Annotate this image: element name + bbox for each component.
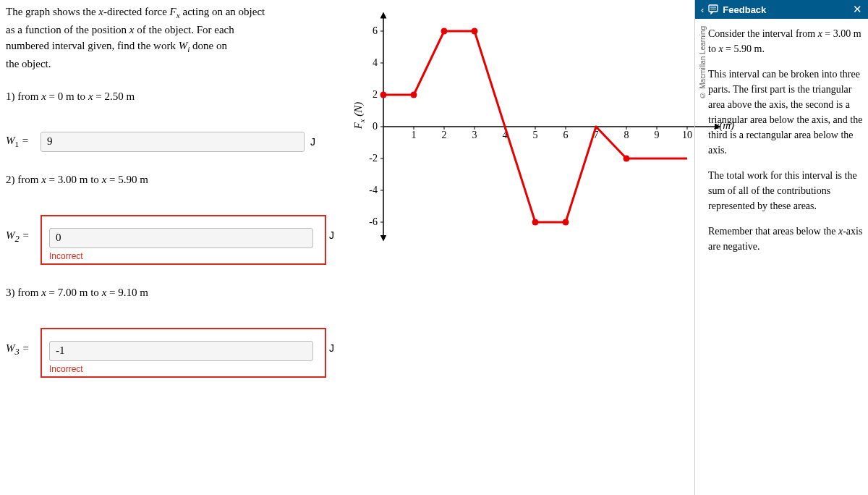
svg-point-39 xyxy=(472,28,478,35)
svg-point-36 xyxy=(380,92,387,98)
copyright-text: © Macmillan Learning xyxy=(697,26,708,99)
svg-point-40 xyxy=(532,219,539,226)
intro-text: the object. xyxy=(6,58,51,69)
svg-text:5: 5 xyxy=(533,130,538,140)
w2-unit: J xyxy=(329,229,334,241)
svg-text:8: 8 xyxy=(624,130,629,140)
feedback-p1: Consider the interval from x = 3.00 m to… xyxy=(708,26,864,56)
answer-row-1: W1 = J xyxy=(6,132,331,152)
var-x: x xyxy=(98,6,103,17)
svg-point-38 xyxy=(441,28,448,35)
y-axis-label: Fx (N) xyxy=(352,102,366,130)
intro-text: numbered interval given, find the work xyxy=(6,40,179,51)
feedback-close-icon[interactable]: ✕ xyxy=(853,3,862,16)
interval-2-label: 2) from x = 3.00 m to x = 5.90 m xyxy=(6,174,331,186)
svg-text:4: 4 xyxy=(373,57,378,68)
answer-row-2: W2 = Incorrect J xyxy=(6,215,331,265)
answer-row-3: W3 = Incorrect J xyxy=(6,328,331,378)
var-Wi: Wi xyxy=(179,40,190,51)
feedback-header: ‹ Feedback ✕ xyxy=(695,0,868,19)
feedback-title: Feedback xyxy=(723,4,848,15)
problem-intro: The graph shows the x-directed force Fx … xyxy=(6,4,331,72)
svg-text:9: 9 xyxy=(655,130,660,140)
svg-text:1: 1 xyxy=(412,130,417,140)
feedback-icon xyxy=(708,4,718,14)
w2-input[interactable] xyxy=(49,228,313,248)
feedback-panel: ‹ Feedback ✕ © Macmillan Learning Consid… xyxy=(694,0,868,495)
svg-point-42 xyxy=(624,156,630,162)
interval-1-label: 1) from x = 0 m to x = 2.50 m xyxy=(6,90,331,103)
graph-svg: 6420-2-4-612345678910 xyxy=(347,7,752,246)
svg-point-41 xyxy=(563,219,569,226)
force-position-graph: Fx (N) x(m) 6420-2-4-612345678910 xyxy=(347,7,752,246)
intro-text: The graph shows the xyxy=(6,6,98,17)
svg-text:10: 10 xyxy=(682,130,692,140)
incorrect-label-3: Incorrect xyxy=(49,364,318,374)
svg-text:0: 0 xyxy=(373,121,378,132)
svg-point-37 xyxy=(411,92,417,98)
w1-label: W1 = xyxy=(6,135,35,148)
w3-unit: J xyxy=(329,342,334,354)
var-Fx: Fx xyxy=(170,6,180,17)
feedback-p3: The total work for this interval is the … xyxy=(708,168,864,213)
w3-label: W3 = xyxy=(6,342,30,358)
svg-rect-43 xyxy=(709,5,718,12)
w1-input[interactable] xyxy=(41,132,305,152)
svg-text:-2: -2 xyxy=(369,153,378,164)
feedback-collapse-icon[interactable]: ‹ xyxy=(701,4,704,15)
intro-text: done on xyxy=(190,40,227,51)
intro-text: acting on an object xyxy=(180,6,265,17)
svg-text:-4: -4 xyxy=(369,185,378,195)
incorrect-label-2: Incorrect xyxy=(49,251,318,261)
svg-text:2: 2 xyxy=(373,89,378,100)
feedback-p4: Remember that areas below the x-axis are… xyxy=(708,224,864,254)
w1-unit: J xyxy=(310,136,315,148)
incorrect-box-3: Incorrect xyxy=(41,328,326,378)
interval-3-label: 3) from x = 7.00 m to x = 9.10 m xyxy=(6,287,331,299)
svg-text:2: 2 xyxy=(442,130,447,140)
svg-text:3: 3 xyxy=(472,130,477,140)
feedback-p2: This interval can be broken into three p… xyxy=(708,67,864,158)
feedback-body: © Macmillan Learning Consider the interv… xyxy=(695,19,868,271)
svg-text:6: 6 xyxy=(373,25,378,36)
w2-label: W2 = xyxy=(6,229,30,245)
incorrect-box-2: Incorrect xyxy=(41,215,326,265)
intro-text: -directed force xyxy=(103,6,170,17)
svg-text:-6: -6 xyxy=(369,216,378,227)
question-panel: The graph shows the x-directed force Fx … xyxy=(6,4,331,392)
svg-text:6: 6 xyxy=(563,130,569,140)
intro-text: as a function of the position xyxy=(6,24,129,35)
intro-text: of the object. For each xyxy=(134,24,234,35)
w3-input[interactable] xyxy=(49,341,313,361)
